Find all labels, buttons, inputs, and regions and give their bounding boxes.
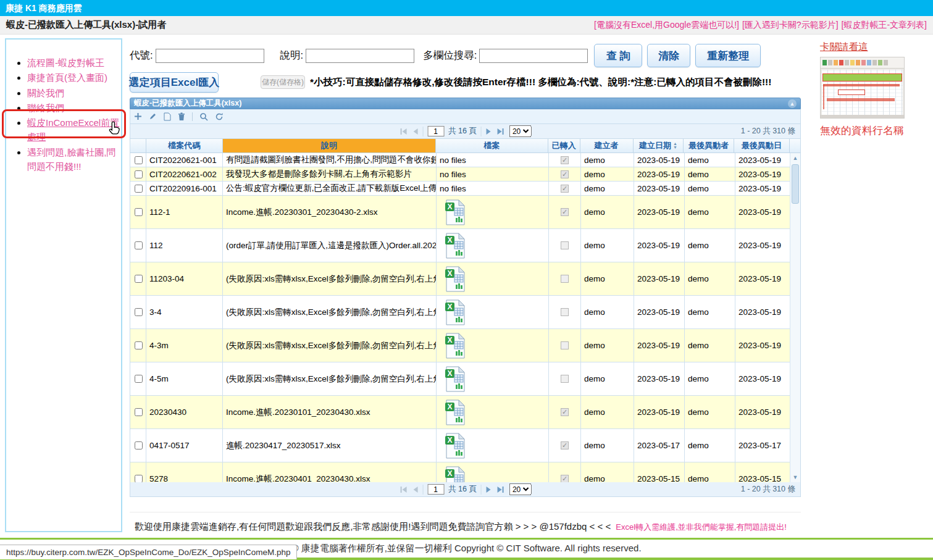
- cell-description[interactable]: (失敗原因:xls需轉xlsx,Excel多餘列刪除,勿留空白列,右上角: [223, 296, 437, 328]
- column-header-建立者[interactable]: 建立者: [580, 139, 634, 153]
- header-link-1[interactable]: [匯入遇到卡關?示範影片]: [742, 20, 839, 31]
- column-header-最後異動者[interactable]: 最後異動者: [684, 139, 734, 153]
- excel-file-icon[interactable]: X: [445, 299, 466, 325]
- cell-file[interactable]: X: [437, 396, 549, 428]
- cell-description[interactable]: Income.進帳.20230101_20230430.xlsx: [223, 396, 437, 428]
- excel-file-icon[interactable]: X: [445, 333, 466, 359]
- row-select-checkbox[interactable]: [135, 341, 143, 349]
- prev-page-icon[interactable]: [412, 128, 418, 135]
- edit-pencil-icon[interactable]: [149, 112, 157, 120]
- cell-description[interactable]: (失敗原因:xls需轉xlsx,Excel多餘列刪除,勿留空白列,右上角: [223, 329, 437, 362]
- cell-file-code[interactable]: CIT20220621-002: [146, 167, 223, 181]
- cell-description[interactable]: (order訂單,請使用訂單匯入,這邊是撥款匯入)Order.all.20230: [223, 229, 437, 262]
- cell-file-code[interactable]: CIT20220621-001: [146, 153, 223, 167]
- cell-file-code[interactable]: 4-3m: [146, 329, 223, 362]
- sidebar-link-1[interactable]: 康捷首頁(登入畫面): [27, 72, 107, 83]
- cell-file[interactable]: X: [437, 329, 549, 362]
- cell-description[interactable]: Income.進帳.20230301_20230430-2.xlsx: [223, 196, 437, 228]
- row-select-checkbox[interactable]: [135, 375, 143, 383]
- save-cell-button[interactable]: 儲存(儲存格): [261, 75, 305, 89]
- column-header-檔案代碼[interactable]: 檔案代碼: [146, 139, 223, 153]
- vertical-scrollbar[interactable]: ▲ ▼: [790, 153, 800, 482]
- stuck-help-link[interactable]: 卡關請看這: [820, 41, 868, 52]
- last-page-icon[interactable]: [496, 486, 505, 493]
- next-page-icon[interactable]: [486, 486, 492, 493]
- page-size-select[interactable]: 20: [509, 125, 532, 137]
- sidebar-link-3[interactable]: 聯絡我們: [27, 102, 64, 113]
- cell-file-code[interactable]: CIT20220916-001: [146, 182, 223, 195]
- multi-field-search-input[interactable]: [479, 49, 588, 63]
- code-input[interactable]: [156, 49, 264, 63]
- cell-file[interactable]: X: [437, 296, 549, 328]
- excel-file-icon[interactable]: X: [445, 233, 466, 259]
- cell-file-code[interactable]: 3-4: [146, 296, 223, 328]
- refresh-button[interactable]: 重新整理: [695, 44, 761, 67]
- cell-file-code[interactable]: 4-5m: [146, 362, 223, 395]
- cell-file[interactable]: X: [437, 196, 549, 228]
- page-number-input[interactable]: [427, 126, 444, 136]
- collapse-icon[interactable]: ▲: [788, 99, 797, 108]
- cell-file-code[interactable]: 112-1: [146, 196, 223, 228]
- cell-description[interactable]: Income.進帳.20230401_20230430.xlsx: [223, 462, 437, 482]
- row-select-checkbox[interactable]: [135, 408, 143, 416]
- cell-file[interactable]: X: [437, 429, 549, 462]
- excel-file-icon[interactable]: X: [445, 466, 466, 483]
- sidebar-link-0[interactable]: 流程圖-蝦皮對帳王: [27, 57, 104, 68]
- cell-file-code[interactable]: 112: [146, 229, 223, 262]
- reload-icon[interactable]: [215, 112, 224, 121]
- cell-file-code[interactable]: 11203-04: [146, 262, 223, 295]
- search-icon[interactable]: [199, 112, 208, 121]
- first-page-icon[interactable]: [399, 128, 408, 135]
- cell-file[interactable]: X: [437, 262, 549, 295]
- next-page-icon[interactable]: [486, 128, 492, 135]
- scroll-down-icon[interactable]: ▼: [790, 472, 800, 482]
- page-number-input[interactable]: [427, 484, 444, 495]
- document-icon[interactable]: [164, 112, 171, 121]
- row-select-checkbox[interactable]: [135, 208, 143, 216]
- excel-screenshot-thumbnail[interactable]: [820, 57, 905, 119]
- cell-description[interactable]: 公告:蝦皮官方欄位更新,已全面改正,請下載新版Excel上傳!: [223, 182, 437, 195]
- prev-page-icon[interactable]: [412, 486, 418, 493]
- description-input[interactable]: [306, 49, 414, 63]
- scroll-up-icon[interactable]: ▲: [790, 153, 800, 163]
- cell-file[interactable]: X: [437, 362, 549, 395]
- scrollbar-thumb[interactable]: [792, 164, 799, 204]
- column-header-已轉入[interactable]: 已轉入: [548, 139, 580, 153]
- first-page-icon[interactable]: [399, 486, 408, 493]
- cell-description[interactable]: (失敗原因:xls需轉xlsx,Excel多餘列刪除,勿留空白列,右上角: [223, 262, 437, 295]
- column-header-最後異動日[interactable]: 最後異動日: [734, 139, 790, 153]
- header-link-0[interactable]: [電腦沒有Excel,用Google雲端也可以!]: [594, 20, 739, 31]
- cell-file[interactable]: X: [437, 462, 549, 482]
- excel-file-icon[interactable]: X: [445, 266, 466, 292]
- sidebar-link-2[interactable]: 關於我們: [27, 88, 64, 98]
- row-select-checkbox[interactable]: [135, 308, 143, 316]
- row-select-checkbox[interactable]: [135, 441, 143, 449]
- row-select-checkbox[interactable]: [135, 275, 143, 283]
- last-page-icon[interactable]: [496, 128, 505, 135]
- column-header-說明[interactable]: 說明: [223, 139, 436, 153]
- row-select-checkbox[interactable]: [135, 185, 143, 193]
- excel-file-icon[interactable]: X: [445, 366, 466, 392]
- cell-file-code[interactable]: 5278: [146, 462, 223, 482]
- row-select-checkbox[interactable]: [135, 475, 143, 482]
- cell-description[interactable]: 進帳.20230417_20230517.xlsx: [223, 429, 437, 462]
- cell-description[interactable]: 我發現大多都是刪除多餘列卡關,右上角有示範影片: [223, 167, 437, 181]
- sort-icons[interactable]: ▲▼: [673, 142, 677, 149]
- row-select-checkbox[interactable]: [135, 170, 143, 178]
- excel-file-icon[interactable]: X: [445, 199, 466, 225]
- page-size-select[interactable]: 20: [509, 483, 532, 495]
- clear-button[interactable]: 清除: [647, 44, 690, 67]
- excel-file-icon[interactable]: X: [445, 433, 466, 459]
- excel-import-button[interactable]: 選定項目Excel匯入: [130, 72, 219, 93]
- header-link-2[interactable]: [蝦皮對帳王-文章列表]: [842, 20, 927, 31]
- column-header-檔案[interactable]: 檔案: [436, 139, 548, 153]
- row-select-checkbox[interactable]: [135, 241, 143, 249]
- trash-icon[interactable]: [178, 112, 185, 121]
- query-button[interactable]: 查 詢: [594, 44, 642, 67]
- select-all-header-cell[interactable]: [130, 139, 146, 153]
- cell-description[interactable]: 有問題請截圖到臉書社團發問,不用擔心,問問題不會收你錢!!!: [223, 153, 437, 167]
- column-header-建立日期[interactable]: 建立日期▲▼: [634, 139, 684, 153]
- cell-file[interactable]: X: [437, 229, 549, 262]
- cell-description[interactable]: (失敗原因:xls需轉xlsx,Excel多餘列刪除,勿留空白列,右上角: [223, 362, 437, 395]
- cell-file-code[interactable]: 0417-0517: [146, 429, 223, 462]
